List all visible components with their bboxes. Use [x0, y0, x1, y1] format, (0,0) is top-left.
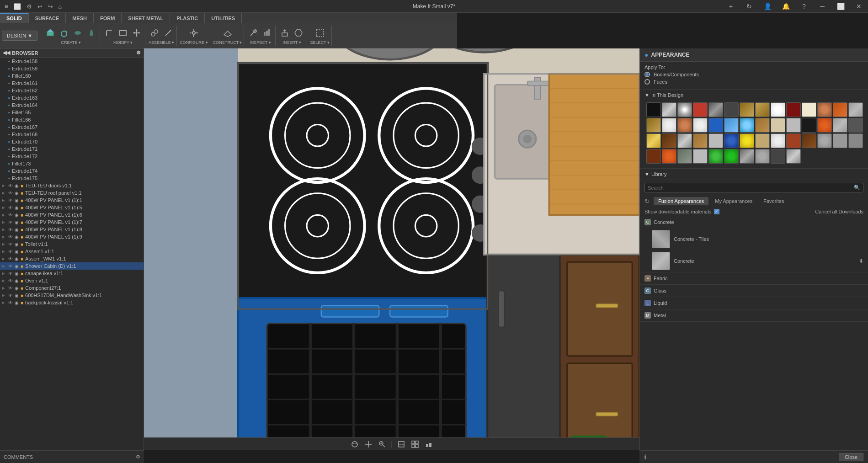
eye-icon[interactable]: 👁: [8, 293, 13, 298]
swatch-darkwood[interactable]: [662, 133, 676, 148]
swatch-rust[interactable]: [786, 133, 801, 148]
grid-btn[interactable]: [410, 439, 420, 449]
viewport[interactable]: [144, 48, 639, 450]
swatch-yellow[interactable]: [740, 133, 754, 148]
browser-item-component27[interactable]: ▶ 👁 ◉ ■ Component27:1: [0, 284, 144, 292]
swatch-green[interactable]: [708, 149, 723, 164]
eye-icon[interactable]: 👁: [8, 205, 13, 210]
swatch-blue[interactable]: [708, 118, 723, 133]
swatch-green2[interactable]: [724, 149, 739, 164]
zoom-btn[interactable]: [377, 439, 387, 449]
swatch-verydark[interactable]: [802, 118, 816, 133]
swatch-copper2[interactable]: [677, 118, 692, 133]
browser-item-extrude163[interactable]: ▪ Extrude163: [0, 94, 144, 101]
swatch-darksilver2[interactable]: [740, 149, 754, 164]
modify-move-btn[interactable]: [130, 27, 143, 39]
configure-btn[interactable]: [187, 27, 200, 39]
swatch-silver[interactable]: [662, 102, 676, 117]
browser-item-teu-doors[interactable]: ▶ 👁 ◉ ■ TEU-TEU doors v1:1: [0, 182, 144, 189]
assemble-joint-btn[interactable]: [162, 27, 175, 39]
tab-solid[interactable]: SOLID: [0, 13, 29, 23]
swatch-offwhite2[interactable]: [693, 118, 708, 133]
browser-item-toilet[interactable]: ▶ 👁 ◉ ■ Toilet v1:1: [0, 240, 144, 248]
swatch-brown[interactable]: [646, 149, 661, 164]
swatch-orange2[interactable]: [817, 118, 832, 133]
swatch-darkgray2[interactable]: [848, 118, 863, 133]
browser-item-extrude158[interactable]: ▪ Extrude158: [0, 58, 144, 65]
refresh-icon[interactable]: ↻: [740, 0, 758, 13]
browser-item-extrude172[interactable]: ▪ Extrude172: [0, 153, 144, 160]
browser-item-extrude168[interactable]: ▪ Extrude168: [0, 131, 144, 138]
browser-item-pv8[interactable]: ▶ 👁 ◉ ■ 400W PV PANEL v1 (1):8: [0, 226, 144, 233]
browser-settings-icon[interactable]: ⚙: [136, 50, 141, 56]
pan-btn[interactable]: [363, 439, 373, 449]
swatch-bgray[interactable]: [848, 102, 863, 117]
swatch-cyan[interactable]: [740, 118, 754, 133]
create-loft-btn[interactable]: [85, 27, 98, 39]
swatch-beige[interactable]: [771, 118, 785, 133]
redo-icon[interactable]: ↪: [46, 2, 55, 11]
browser-item-extrude164[interactable]: ▪ Extrude164: [0, 101, 144, 109]
eye-icon[interactable]: 👁: [8, 271, 13, 276]
create-revolve-btn[interactable]: [58, 27, 70, 39]
swatch-deepblue[interactable]: [724, 133, 739, 148]
eye-icon[interactable]: 👁: [8, 213, 13, 218]
browser-item-teu-roof[interactable]: ▶ 👁 ◉ ■ TEU-TEU roof panel v1:1: [0, 189, 144, 197]
display-mode-btn[interactable]: [396, 439, 406, 449]
eye-icon[interactable]: 👁: [8, 242, 13, 247]
browser-item-extrude167[interactable]: ▪ Extrude167: [0, 123, 144, 131]
swatch-concretegray[interactable]: [833, 133, 847, 148]
tab-form[interactable]: FORM: [94, 13, 122, 23]
eye-icon[interactable]: 👁: [8, 227, 13, 232]
construct-plane-btn[interactable]: [221, 27, 234, 39]
glass-category-header[interactable]: G Glass: [640, 285, 868, 297]
swatch-silver2[interactable]: [677, 133, 692, 148]
eye-icon[interactable]: 👁: [8, 286, 13, 291]
swatch-bgray2[interactable]: [833, 118, 847, 133]
swatch-offwhite3[interactable]: [771, 133, 785, 148]
faces-radio[interactable]: [644, 79, 650, 85]
swatch-chrome[interactable]: [677, 102, 692, 117]
tab-mesh[interactable]: MESH: [66, 13, 94, 23]
maximize-btn[interactable]: ⬜: [831, 0, 850, 13]
swatch-orange[interactable]: [833, 102, 847, 117]
inspect-analysis-btn[interactable]: [261, 27, 273, 39]
modify-shell-btn[interactable]: [117, 27, 129, 39]
swatch-darkgray[interactable]: [724, 102, 739, 117]
tab-fusion-appearances[interactable]: Fusion Appearances: [654, 197, 708, 205]
swatch-cream[interactable]: [802, 102, 816, 117]
eye-icon[interactable]: 👁: [8, 198, 13, 203]
metal-category-header[interactable]: M Metal: [640, 309, 868, 321]
tab-plastic[interactable]: PLASTIC: [170, 13, 205, 23]
concrete-item[interactable]: Concrete ⬇: [640, 250, 868, 272]
insert-btn[interactable]: [278, 27, 291, 39]
eye-icon[interactable]: 👁: [8, 256, 13, 261]
browser-collapse-icon[interactable]: ◀◀: [3, 50, 10, 56]
minimize-btn[interactable]: ─: [813, 0, 831, 13]
browser-item-fillet173[interactable]: ▪ Fillet173: [0, 160, 144, 167]
browser-item-pv7[interactable]: ▶ 👁 ◉ ■ 400W PV PANEL v1 (1):7: [0, 218, 144, 226]
browser-item-fillet165[interactable]: ▪ Fillet165: [0, 109, 144, 116]
tab-favorites[interactable]: Favorites: [759, 197, 788, 205]
swatch-wood1[interactable]: [740, 102, 754, 117]
eye-icon[interactable]: 👁: [8, 220, 13, 225]
swatch-copper[interactable]: [817, 102, 832, 117]
liquid-category-header[interactable]: L Liquid: [640, 297, 868, 309]
concrete-tiles-item[interactable]: Concrete - Tiles: [640, 228, 868, 250]
swatch-darkgray3[interactable]: [771, 149, 785, 164]
browser-item-extrude170[interactable]: ▪ Extrude170: [0, 138, 144, 145]
create-sweep-btn[interactable]: [71, 27, 84, 39]
tab-my-appearances[interactable]: My Appearances: [710, 197, 757, 205]
refresh-lib-icon[interactable]: ↻: [644, 197, 650, 205]
swatch-wood2[interactable]: [755, 102, 770, 117]
browser-item-extrude171[interactable]: ▪ Extrude171: [0, 145, 144, 153]
browser-item-assem1[interactable]: ▶ 👁 ◉ ■ Assem1 v1:1: [0, 248, 144, 255]
swatch-lightblue[interactable]: [724, 118, 739, 133]
help-icon[interactable]: ?: [795, 0, 813, 13]
browser-item-assem-wm[interactable]: ▶ 👁 ◉ ■ Assem_WM1 v1:1: [0, 255, 144, 262]
add-tab-btn[interactable]: +: [722, 0, 740, 13]
browser-item-oven[interactable]: ▶ 👁 ◉ ■ Oven v1:1: [0, 277, 144, 284]
swatch-silver3[interactable]: [786, 149, 801, 164]
browser-item-canape[interactable]: ▶ 👁 ◉ ■ canape ikea v1:1: [0, 270, 144, 277]
bodies-radio[interactable]: [644, 72, 650, 77]
